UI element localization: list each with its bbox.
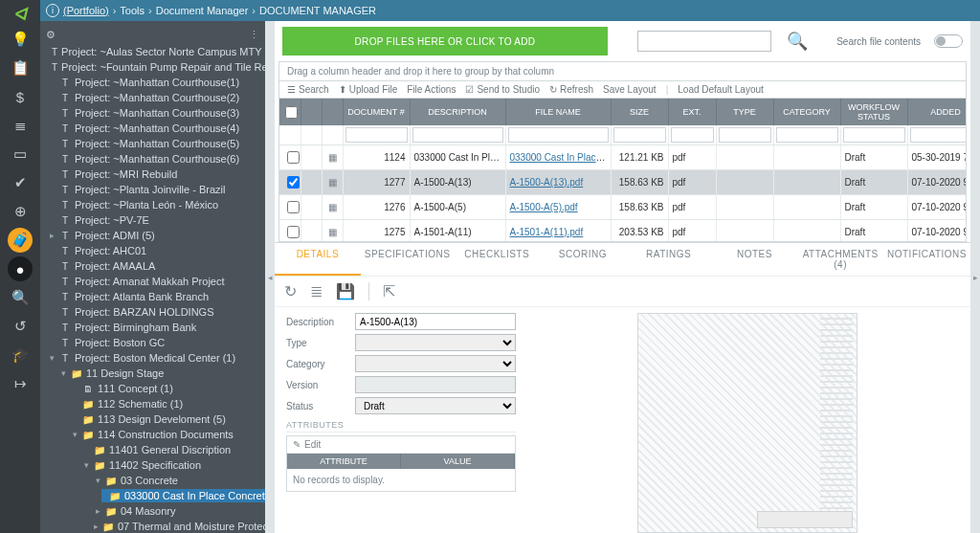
tree-node[interactable]: ▾📁11 Design Stage [56,366,265,380]
grid-filter-input[interactable] [776,127,838,143]
tree-node[interactable]: ▸TProject: ADMI (5) [44,229,265,242]
tree-node[interactable]: TProject: Birmingham Bank [44,321,265,334]
table-row[interactable]: ▦1277A-1500-A(13)A-1500-A(13).pdf158.63 … [279,170,967,195]
tree-expand-icon[interactable]: ▾ [94,476,101,485]
grid-filter-input[interactable] [613,127,666,143]
tree-node[interactable]: 📁033000 Cast In Place Concrete (10) [101,489,265,502]
select-all-checkbox[interactable] [285,106,298,119]
type-select[interactable] [355,334,516,351]
tree-node[interactable]: TProject: ~MRI Rebuild [44,167,265,181]
tree-node[interactable]: TProject: Amanat Makkah Project [44,275,265,288]
search-icon[interactable]: 🔍 [787,31,808,52]
upload-file-button[interactable]: ⬆ Upload File [339,84,398,95]
table-row[interactable]: ▦1124033000 Cast In Place Co033000 Cast … [279,145,967,170]
search-rail-icon[interactable]: 🔍 [0,283,40,312]
tab-ratings[interactable]: RATINGS [626,243,712,276]
project-tree[interactable]: ⚙ ⋮ TProject: ~Aulas Sector Norte Campus… [40,21,265,533]
graduation-icon[interactable]: 🎓 [0,341,40,369]
tree-node[interactable]: TProject: ~Manhattan Courthouse(3) [44,106,265,120]
clipboard-icon[interactable]: 📋 [0,54,40,82]
file-link[interactable]: 033000 Cast In Place Cc [510,152,612,163]
tree-node[interactable]: ▾📁11402 Specification [78,458,265,472]
grid-filter-input[interactable] [843,127,905,143]
attributes-edit-button[interactable]: ✎ Edit [287,436,515,454]
tree-node[interactable]: TProject: ~Manhattan Courthouse(2) [44,91,265,104]
tree-node[interactable]: TProject: ~Planta Joinville - Brazil [44,183,265,196]
tree-expand-icon[interactable]: ▸ [94,506,101,516]
tree-node[interactable]: TProject: Boston GC [44,336,265,349]
dollar-icon[interactable]: $ [0,82,40,111]
tree-node[interactable]: TProject: Atlanta Bank Branch [44,290,265,303]
tree-expand-icon[interactable]: ▾ [48,353,56,363]
tree-expand-icon[interactable]: ▸ [94,522,99,531]
refresh-button[interactable]: ↻ Refresh [549,84,593,95]
documents-grid[interactable]: DOCUMENT #DESCRIPTIONFILE NAMESIZEEXT.TY… [279,99,967,242]
tab-details[interactable]: DETAILS [275,243,361,276]
tree-node[interactable]: TProject: ~Fountain Pump Repair and Tile… [44,60,265,74]
grid-col-header[interactable]: ADDED [907,99,967,125]
grid-filter-input[interactable] [508,127,609,143]
grid-col-header[interactable]: TYPE [716,99,773,125]
tree-node[interactable]: TProject: ~Planta León - México [44,198,265,211]
grid-col-header[interactable]: WORKFLOW STATUS [840,99,907,125]
file-link[interactable]: A-1501-A(11).pdf [510,227,584,237]
detail-expand-handle[interactable]: ▸ [970,21,980,533]
table-row[interactable]: ▦1275A-1501-A(11)A-1501-A(11).pdf203.53 … [279,220,967,243]
file-actions-button[interactable]: File Actions [407,84,456,95]
user-icon[interactable]: ● [8,256,33,281]
load-default-layout-button[interactable]: Load Default Layout [678,84,764,95]
idea-icon[interactable]: 💡 [0,25,40,54]
detail-refresh-icon[interactable]: ↻ [284,282,297,300]
breadcrumb-tools[interactable]: Tools [120,5,145,16]
grid-col-header[interactable]: FILE NAME [505,99,611,125]
tab-scoring[interactable]: SCORING [540,243,626,276]
breadcrumb-portfolio[interactable]: (Portfolio) [63,5,109,16]
tree-node[interactable]: ▾📁03 Concrete [90,474,265,487]
tree-node[interactable]: ▾📁114 Construction Documents [67,428,265,441]
logout-icon[interactable]: ↦ [0,369,40,398]
tree-node[interactable]: TProject: ~Manhattan Courthouse(4) [44,122,265,135]
tree-expand-icon[interactable]: ▸ [48,231,56,240]
status-select[interactable]: Draft [355,397,516,414]
tree-node[interactable]: 📁113 Design Develoment (5) [67,412,265,426]
grid-col-header[interactable]: DOCUMENT # [343,99,410,125]
tree-node[interactable]: ▸📁07 Thermal and Moisture Protection [90,520,265,533]
tree-node[interactable]: TProject: ~Manhattan Courthouse(5) [44,137,265,150]
grid-col-header[interactable]: EXT. [668,99,716,125]
grid-col-header[interactable]: DESCRIPTION [410,99,505,125]
save-layout-button[interactable]: Save Layout [603,84,657,95]
info-icon[interactable]: i [46,4,59,17]
table-row[interactable]: ▦1276A-1500-A(5)A-1500-A(5).pdf158.63 KB… [279,195,967,220]
grid-col-header[interactable] [322,99,343,125]
row-checkbox[interactable] [287,226,300,238]
book-icon[interactable]: ▭ [0,140,40,168]
bars-icon[interactable]: ≣ [0,111,40,140]
history-icon[interactable]: ↺ [0,312,40,341]
grid-filter-input[interactable] [671,127,714,143]
tree-node[interactable]: 🗎111 Concept (1) [67,382,265,395]
grid-col-header[interactable] [279,99,301,125]
tab-notes[interactable]: NOTES [712,243,798,276]
grid-col-header[interactable]: SIZE [611,99,668,125]
detail-list-icon[interactable]: ≣ [310,282,323,300]
category-select[interactable] [355,355,516,372]
file-link[interactable]: A-1500-A(13).pdf [510,177,584,188]
tree-node[interactable]: TProject: ~Aulas Sector Norte Campus MTY [44,45,265,58]
tree-node[interactable]: ▾TProject: Boston Medical Center (1) [44,351,265,365]
tree-node[interactable]: TProject: AMAALA [44,259,265,273]
tab-checklists[interactable]: CHECKLISTS [454,243,540,276]
tab-attachments-4-[interactable]: ATTACHMENTS (4) [797,243,883,276]
tree-node[interactable]: TProject: ~PV-7E [44,213,265,227]
search-contents-toggle[interactable] [934,34,963,48]
tree-node[interactable]: TProject: ~Manhattan Courthouse(1) [44,76,265,89]
document-preview[interactable] [535,313,959,527]
detail-save-icon[interactable]: 💾 [336,282,355,300]
grid-filter-input[interactable] [412,127,503,143]
check-icon[interactable]: ✔ [0,168,40,197]
row-checkbox[interactable] [287,151,300,164]
tab-specifications[interactable]: SPECIFICATIONS [361,243,455,276]
row-checkbox[interactable] [287,201,300,213]
row-checkbox[interactable] [287,176,300,189]
app-logo[interactable]: ᐊ [6,4,34,25]
tree-expand-icon[interactable]: ▾ [82,460,90,470]
